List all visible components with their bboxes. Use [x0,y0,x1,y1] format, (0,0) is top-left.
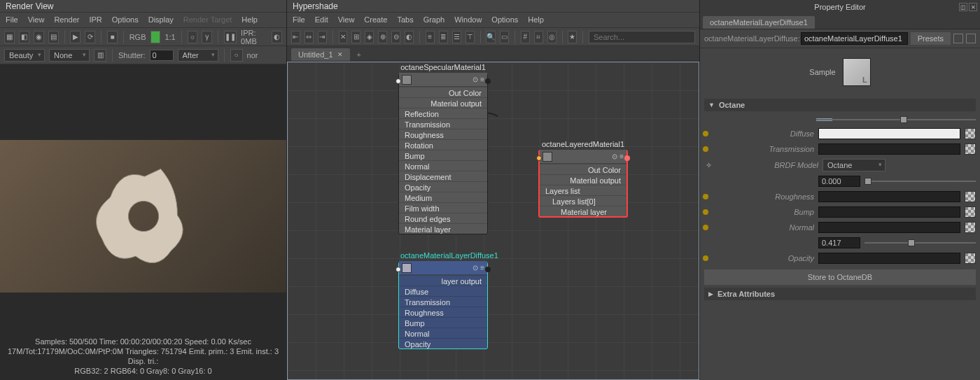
texture-map-icon[interactable] [965,128,976,139]
dock-icon[interactable]: ◫ [959,3,967,11]
hs-menu-view[interactable]: View [338,15,355,24]
attr-bump[interactable]: Bump [399,150,487,160]
diffuse-top-slider[interactable] [816,115,976,124]
property-tab[interactable]: octaneMaterialLayerDiffuse1 [703,16,815,29]
render-region-icon[interactable]: ◧ [19,31,29,43]
material-output[interactable]: Material output [540,174,626,185]
attr-film-width[interactable]: Film width [399,202,487,213]
rgb-toggle-icon[interactable] [150,31,161,43]
node-octane-layered[interactable]: octaneLayeredMaterial1 ⊙ ≡ Out Color Mat… [538,150,628,218]
show-hide-icon[interactable]: ◐ [405,31,414,43]
ratio-label[interactable]: 1:1 [164,33,175,41]
add-selected-icon[interactable]: ⊕ [378,31,387,43]
remove-selected-icon[interactable]: ⊖ [391,31,400,43]
store-to-octanedb-button[interactable]: Store to OctaneDB [704,269,976,285]
node-opt-icon[interactable]: ⊙ [612,153,617,160]
anim-dot[interactable] [703,194,708,199]
frame-all-icon[interactable]: ▭ [500,31,509,43]
attr-transmission[interactable]: Transmission [399,296,487,307]
texture-map-icon[interactable] [965,222,976,233]
solo-icon[interactable]: ◎ [547,31,556,43]
bump-color[interactable] [818,206,960,218]
out-color[interactable]: Out Color [540,164,626,174]
graph-mat-icon[interactable]: ◈ [365,31,374,43]
ipr-stop-icon[interactable]: ■ [107,31,118,43]
opacity-slider[interactable] [864,239,976,247]
material-output[interactable]: Material output [399,97,487,108]
open-image-icon[interactable]: ▥ [94,49,106,62]
input-conn-icon[interactable]: ⇤ [291,31,300,43]
attr-normal[interactable]: Normal [399,328,487,338]
search-input[interactable] [589,31,695,43]
anim-dot[interactable] [703,255,708,261]
property-scroll[interactable]: ▼ Octane Diffuse Transmission ✧ BRDF Mod… [700,96,980,380]
node-octane-diffuse-layer[interactable]: octaneMaterialLayerDiffuse1 ⊙ ≡ layer ou… [398,262,488,349]
node-name-input[interactable] [801,32,908,45]
menu-help[interactable]: Help [241,15,258,24]
node-menu-icon[interactable]: ≡ [480,264,484,272]
menu-ipr[interactable]: IPR [89,15,102,24]
normal-color[interactable] [818,222,960,233]
hs-menu-edit[interactable]: Edit [315,15,328,24]
attr-round-edges[interactable]: Round edges [399,213,487,223]
diffuse-color[interactable] [818,128,960,139]
anim-dot[interactable] [703,146,708,152]
attr-medium[interactable]: Medium [399,192,487,202]
roughness-slider[interactable] [864,177,976,185]
hs-menu-window[interactable]: Window [454,15,482,24]
pause-icon[interactable]: ❚❚ [224,31,237,43]
attr-bump[interactable]: Bump [399,317,487,328]
out-color[interactable]: Out Color [399,87,487,97]
bookmark-icon[interactable]: ★ [568,31,577,43]
render-frame-icon[interactable]: ▦ [4,31,15,43]
clear-graph-icon[interactable]: ✕ [339,31,348,43]
menu-file[interactable]: File [6,15,18,24]
menu-render[interactable]: Render [54,15,79,24]
grid-snap-icon[interactable]: # [521,31,530,43]
attr-roughness[interactable]: Roughness [399,307,487,317]
attr-diffuse[interactable]: Diffuse [399,286,487,296]
align-left-icon[interactable]: ≡ [426,31,435,43]
shutter-mode-dropdown[interactable]: After [178,49,218,62]
output-conn-icon[interactable]: ⇥ [318,31,327,43]
section-octane[interactable]: ▼ Octane [704,99,976,111]
roughness-value-input[interactable] [818,176,860,187]
layers-list-0[interactable]: Layers list[0] [540,195,626,206]
attr-rotation[interactable]: Rotation [399,139,487,150]
hs-menu-graph[interactable]: Graph [424,15,445,24]
texture-map-icon[interactable] [965,143,976,155]
rearrange-icon[interactable]: ⊞ [351,31,360,43]
menu-view[interactable]: View [28,15,45,24]
exposure-icon[interactable]: ☼ [188,31,198,43]
radio-icon[interactable]: ○ [230,49,243,62]
node-opt-icon[interactable]: ⊙ [472,76,478,83]
attr-normal[interactable]: Normal [399,160,487,171]
attr-opacity[interactable]: Opacity [399,181,487,192]
layer-output[interactable]: layer output [399,275,487,286]
sample-swatch[interactable] [843,58,871,86]
hs-menu-help[interactable]: Help [528,15,544,24]
io-conn-icon[interactable]: ⇔ [304,31,314,43]
node-menu-icon[interactable]: ≡ [620,153,624,160]
render-sequence-icon[interactable]: ▤ [48,31,59,43]
anim-dot[interactable] [703,209,708,215]
layer-dropdown[interactable]: None [49,49,90,62]
roughness-color[interactable] [818,191,960,202]
anim-dot[interactable] [703,131,708,136]
node-opt-icon[interactable]: ⊙ [472,264,478,272]
zoom-icon[interactable]: 🔍 [486,31,496,43]
hs-menu-create[interactable]: Create [364,15,387,24]
show-hide-icon[interactable] [953,34,963,43]
menu-display[interactable]: Display [148,15,174,24]
ipr-refresh-icon[interactable]: ⟳ [85,31,95,43]
magic-wand-icon[interactable]: ✧ [704,161,713,169]
align-right-icon[interactable]: ☰ [452,31,461,43]
hs-menu-tabs[interactable]: Tabs [397,15,413,24]
menu-render-target[interactable]: Render Target [183,15,232,24]
close-icon[interactable]: ✕ [969,3,977,11]
graph-tab[interactable]: Untitled_1 ✕ [291,48,350,61]
aov-dropdown[interactable]: Beauty [4,49,45,62]
menu-options[interactable]: Options [112,15,139,24]
opacity-value-input[interactable] [818,237,860,248]
texture-map-icon[interactable] [965,191,976,202]
